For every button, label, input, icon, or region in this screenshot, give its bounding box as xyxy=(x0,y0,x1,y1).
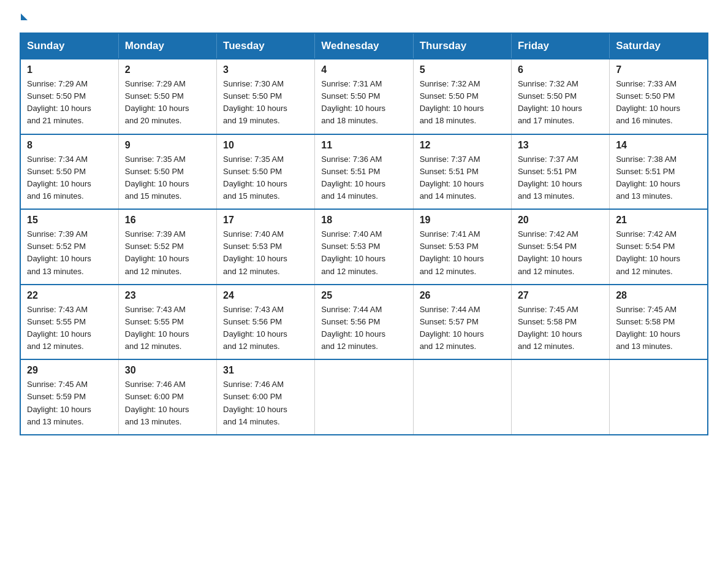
day-info: Sunrise: 7:38 AMSunset: 5:51 PMDaylight:… xyxy=(616,153,701,203)
header-day-thursday: Thursday xyxy=(413,33,511,59)
calendar-day-cell: 10Sunrise: 7:35 AMSunset: 5:50 PMDayligh… xyxy=(217,134,315,210)
day-info: Sunrise: 7:42 AMSunset: 5:54 PMDaylight:… xyxy=(518,228,603,278)
day-number: 20 xyxy=(518,215,603,226)
day-info: Sunrise: 7:46 AMSunset: 6:00 PMDaylight:… xyxy=(125,378,210,428)
header-day-friday: Friday xyxy=(511,33,609,59)
day-number: 10 xyxy=(223,140,308,151)
day-info: Sunrise: 7:45 AMSunset: 5:59 PMDaylight:… xyxy=(27,378,112,428)
day-info: Sunrise: 7:40 AMSunset: 5:53 PMDaylight:… xyxy=(223,228,308,278)
day-number: 13 xyxy=(518,140,603,151)
page-header xyxy=(20,15,708,21)
header-day-sunday: Sunday xyxy=(20,33,118,59)
header-day-saturday: Saturday xyxy=(610,33,708,59)
calendar-day-cell xyxy=(511,359,609,435)
calendar-day-cell: 26Sunrise: 7:44 AMSunset: 5:57 PMDayligh… xyxy=(413,285,511,360)
calendar-day-cell: 29Sunrise: 7:45 AMSunset: 5:59 PMDayligh… xyxy=(20,359,118,435)
day-info: Sunrise: 7:32 AMSunset: 5:50 PMDaylight:… xyxy=(518,78,603,128)
calendar-day-cell: 30Sunrise: 7:46 AMSunset: 6:00 PMDayligh… xyxy=(118,359,216,435)
day-number: 26 xyxy=(420,290,505,301)
calendar-day-cell: 3Sunrise: 7:30 AMSunset: 5:50 PMDaylight… xyxy=(217,59,315,134)
day-number: 21 xyxy=(616,215,701,226)
calendar-day-cell: 5Sunrise: 7:32 AMSunset: 5:50 PMDaylight… xyxy=(413,59,511,134)
day-number: 9 xyxy=(125,140,210,151)
day-number: 2 xyxy=(125,64,210,75)
calendar-day-cell: 2Sunrise: 7:29 AMSunset: 5:50 PMDaylight… xyxy=(118,59,216,134)
calendar-table: SundayMondayTuesdayWednesdayThursdayFrid… xyxy=(20,33,708,435)
calendar-day-cell: 7Sunrise: 7:33 AMSunset: 5:50 PMDaylight… xyxy=(610,59,708,134)
logo-arrow-icon xyxy=(21,13,28,20)
calendar-day-cell: 21Sunrise: 7:42 AMSunset: 5:54 PMDayligh… xyxy=(610,209,708,285)
day-info: Sunrise: 7:39 AMSunset: 5:52 PMDaylight:… xyxy=(27,228,112,278)
day-number: 16 xyxy=(125,215,210,226)
calendar-week-row: 15Sunrise: 7:39 AMSunset: 5:52 PMDayligh… xyxy=(20,209,708,285)
day-number: 8 xyxy=(27,140,112,151)
day-info: Sunrise: 7:42 AMSunset: 5:54 PMDaylight:… xyxy=(616,228,701,278)
day-number: 23 xyxy=(125,290,210,301)
calendar-day-cell: 12Sunrise: 7:37 AMSunset: 5:51 PMDayligh… xyxy=(413,134,511,210)
calendar-day-cell xyxy=(610,359,708,435)
day-number: 29 xyxy=(27,365,112,376)
day-info: Sunrise: 7:44 AMSunset: 5:57 PMDaylight:… xyxy=(420,304,505,353)
day-info: Sunrise: 7:43 AMSunset: 5:55 PMDaylight:… xyxy=(27,304,112,353)
day-info: Sunrise: 7:43 AMSunset: 5:55 PMDaylight:… xyxy=(125,304,210,353)
day-number: 4 xyxy=(321,64,406,75)
header-day-monday: Monday xyxy=(118,33,216,59)
calendar-day-cell: 19Sunrise: 7:41 AMSunset: 5:53 PMDayligh… xyxy=(413,209,511,285)
day-number: 27 xyxy=(518,290,603,301)
day-number: 1 xyxy=(27,64,112,75)
day-number: 7 xyxy=(616,64,701,75)
day-info: Sunrise: 7:31 AMSunset: 5:50 PMDaylight:… xyxy=(321,78,406,128)
day-number: 12 xyxy=(420,140,505,151)
calendar-day-cell: 17Sunrise: 7:40 AMSunset: 5:53 PMDayligh… xyxy=(217,209,315,285)
day-info: Sunrise: 7:36 AMSunset: 5:51 PMDaylight:… xyxy=(321,153,406,203)
calendar-day-cell: 11Sunrise: 7:36 AMSunset: 5:51 PMDayligh… xyxy=(315,134,413,210)
calendar-day-cell: 24Sunrise: 7:43 AMSunset: 5:56 PMDayligh… xyxy=(217,285,315,360)
day-number: 31 xyxy=(223,365,308,376)
calendar-day-cell xyxy=(413,359,511,435)
day-info: Sunrise: 7:29 AMSunset: 5:50 PMDaylight:… xyxy=(125,78,210,128)
calendar-day-cell: 31Sunrise: 7:46 AMSunset: 6:00 PMDayligh… xyxy=(217,359,315,435)
header-day-wednesday: Wednesday xyxy=(315,33,413,59)
day-number: 15 xyxy=(27,215,112,226)
day-number: 25 xyxy=(321,290,406,301)
calendar-day-cell: 13Sunrise: 7:37 AMSunset: 5:51 PMDayligh… xyxy=(511,134,609,210)
calendar-day-cell: 18Sunrise: 7:40 AMSunset: 5:53 PMDayligh… xyxy=(315,209,413,285)
day-info: Sunrise: 7:30 AMSunset: 5:50 PMDaylight:… xyxy=(223,78,308,128)
calendar-day-cell: 4Sunrise: 7:31 AMSunset: 5:50 PMDaylight… xyxy=(315,59,413,134)
day-info: Sunrise: 7:37 AMSunset: 5:51 PMDaylight:… xyxy=(420,153,505,203)
calendar-day-cell: 28Sunrise: 7:45 AMSunset: 5:58 PMDayligh… xyxy=(610,285,708,360)
calendar-week-row: 8Sunrise: 7:34 AMSunset: 5:50 PMDaylight… xyxy=(20,134,708,210)
day-number: 28 xyxy=(616,290,701,301)
calendar-day-cell: 16Sunrise: 7:39 AMSunset: 5:52 PMDayligh… xyxy=(118,209,216,285)
calendar-week-row: 29Sunrise: 7:45 AMSunset: 5:59 PMDayligh… xyxy=(20,359,708,435)
logo xyxy=(20,15,28,21)
day-info: Sunrise: 7:44 AMSunset: 5:56 PMDaylight:… xyxy=(321,304,406,353)
day-number: 6 xyxy=(518,64,603,75)
day-info: Sunrise: 7:29 AMSunset: 5:50 PMDaylight:… xyxy=(27,78,112,128)
calendar-day-cell: 8Sunrise: 7:34 AMSunset: 5:50 PMDaylight… xyxy=(20,134,118,210)
day-number: 3 xyxy=(223,64,308,75)
day-number: 24 xyxy=(223,290,308,301)
day-number: 30 xyxy=(125,365,210,376)
calendar-day-cell: 9Sunrise: 7:35 AMSunset: 5:50 PMDaylight… xyxy=(118,134,216,210)
calendar-header-row: SundayMondayTuesdayWednesdayThursdayFrid… xyxy=(20,33,708,59)
calendar-day-cell: 22Sunrise: 7:43 AMSunset: 5:55 PMDayligh… xyxy=(20,285,118,360)
day-info: Sunrise: 7:35 AMSunset: 5:50 PMDaylight:… xyxy=(223,153,308,203)
day-number: 17 xyxy=(223,215,308,226)
day-number: 5 xyxy=(420,64,505,75)
calendar-day-cell: 14Sunrise: 7:38 AMSunset: 5:51 PMDayligh… xyxy=(610,134,708,210)
day-number: 22 xyxy=(27,290,112,301)
day-info: Sunrise: 7:34 AMSunset: 5:50 PMDaylight:… xyxy=(27,153,112,203)
day-number: 19 xyxy=(420,215,505,226)
day-info: Sunrise: 7:45 AMSunset: 5:58 PMDaylight:… xyxy=(616,304,701,353)
day-number: 14 xyxy=(616,140,701,151)
calendar-day-cell: 23Sunrise: 7:43 AMSunset: 5:55 PMDayligh… xyxy=(118,285,216,360)
day-info: Sunrise: 7:39 AMSunset: 5:52 PMDaylight:… xyxy=(125,228,210,278)
day-number: 11 xyxy=(321,140,406,151)
calendar-day-cell xyxy=(315,359,413,435)
calendar-week-row: 22Sunrise: 7:43 AMSunset: 5:55 PMDayligh… xyxy=(20,285,708,360)
day-number: 18 xyxy=(321,215,406,226)
calendar-day-cell: 15Sunrise: 7:39 AMSunset: 5:52 PMDayligh… xyxy=(20,209,118,285)
day-info: Sunrise: 7:43 AMSunset: 5:56 PMDaylight:… xyxy=(223,304,308,353)
calendar-day-cell: 20Sunrise: 7:42 AMSunset: 5:54 PMDayligh… xyxy=(511,209,609,285)
